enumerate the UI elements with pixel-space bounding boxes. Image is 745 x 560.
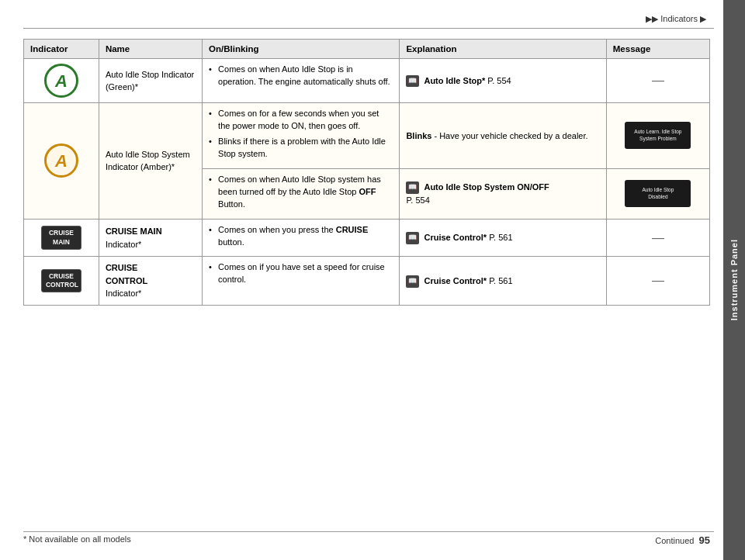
footnote: * Not available on all models [23, 534, 131, 546]
table-row: CRUISEMAIN CRUISE MAINIndicator* Comes o… [24, 219, 710, 257]
name-cell-5: CRUISECONTROLIndicator* [99, 257, 202, 306]
ref-text-bold2: Auto Idle Stop System ON/OFF [424, 182, 549, 192]
table-row: A Auto Idle Stop System Indicator (Amber… [24, 103, 710, 169]
cruise-control-label: CRUISECONTROL [106, 263, 147, 285]
footer-divider [23, 531, 714, 532]
page-number: 95 [699, 534, 710, 546]
explanation-link-3: 📖 Auto Idle Stop System ON/OFFP. 554 [406, 182, 549, 205]
message-dash-1: — [652, 74, 664, 87]
message-cell-1: — [606, 59, 709, 103]
ref-icon: 📖 [406, 232, 419, 244]
col-header-explanation: Explanation [400, 40, 606, 59]
onblinking-cell-1: Comes on when Auto Idle Stop is in opera… [203, 59, 400, 103]
ref-icon: 📖 [406, 75, 419, 88]
name-cell-4: CRUISE MAINIndicator* [99, 219, 202, 257]
explanation-link-2: Blinks - Have your vehicle checked by a … [406, 131, 587, 140]
continued-page: Continued 95 [655, 534, 710, 546]
cruise-control-icon: CRUISECONTROL [41, 269, 81, 292]
list-item: Comes on if you have set a speed for cru… [209, 261, 393, 286]
name-cell-2: Auto Idle Stop System Indicator (Amber)* [99, 103, 202, 220]
list-item: Blinks if there is a problem with the Au… [209, 136, 393, 161]
explanation-link-4: 📖 Cruise Control* P. 561 [406, 233, 512, 242]
message-image-2: Auto Idle Stop Disabled [625, 180, 691, 207]
col-header-message: Message [606, 40, 709, 59]
cruise-main-icon: CRUISEMAIN [41, 226, 81, 249]
indicator-cell-1: A [24, 59, 99, 103]
message-image-1: Auto Learn. Idle Stop System Problem [625, 122, 691, 149]
indicator-cell-4: CRUISEMAIN [24, 219, 99, 257]
name-cell-1: Auto Idle Stop Indicator (Green)* [99, 59, 202, 103]
ref-text-bold3: Cruise Control* [424, 233, 487, 242]
indicators-table: Indicator Name On/Blinking Explanation M… [23, 39, 710, 306]
ref-text-bold4: Cruise Control* [424, 276, 487, 285]
explanation-link-1: 📖 Auto Idle Stop* P. 554 [406, 76, 511, 85]
table-row: CRUISECONTROL CRUISECONTROLIndicator* Co… [24, 257, 710, 306]
message-cell-4: — [606, 219, 709, 257]
indicator-cell-5: CRUISECONTROL [24, 257, 99, 306]
msg-text-line2: System Problem [639, 136, 677, 142]
ref-icon: 📖 [406, 181, 419, 194]
message-cell-3: Auto Idle Stop Disabled [606, 168, 709, 219]
cruise-main-label: CRUISE MAIN [106, 226, 162, 236]
explanation-cell-4: 📖 Cruise Control* P. 561 [400, 219, 606, 257]
explanation-link-5: 📖 Cruise Control* P. 561 [406, 276, 512, 285]
onblinking-cell-3: Comes on when Auto Idle Stop system has … [203, 168, 400, 219]
msg-text-line1: Auto Idle Stop [642, 187, 674, 193]
indicator-cell-2: A [24, 103, 99, 220]
col-header-onblinking: On/Blinking [203, 40, 400, 59]
list-item: Comes on when you press the CRUISE butto… [209, 224, 393, 249]
side-tab-label: Instrument Panel [729, 239, 739, 320]
ref-text-bold: Auto Idle Stop* [424, 76, 485, 85]
footer: * Not available on all models Continued … [23, 534, 710, 546]
onblinking-cell-5: Comes on if you have set a speed for cru… [203, 257, 400, 306]
col-header-name: Name [99, 40, 202, 59]
message-cell-2: Auto Learn. Idle Stop System Problem [606, 103, 709, 169]
side-tab: Instrument Panel [723, 0, 745, 560]
ref-icon: 📖 [406, 275, 419, 288]
table-header-row: Indicator Name On/Blinking Explanation M… [24, 40, 710, 59]
table-row: A Auto Idle Stop Indicator (Green)* Come… [24, 59, 710, 103]
msg-text-line2: Disabled [648, 194, 667, 200]
message-dash-5: — [652, 274, 664, 287]
col-header-indicator: Indicator [24, 40, 99, 59]
onblinking-cell-2: Comes on for a few seconds when you set … [203, 103, 400, 169]
page-container: Instrument Panel ▶▶ Indicators ▶ * Not a… [0, 0, 745, 560]
list-item: Comes on when Auto Idle Stop system has … [209, 174, 393, 211]
explanation-cell-5: 📖 Cruise Control* P. 561 [400, 257, 606, 306]
main-content: Indicator Name On/Blinking Explanation M… [23, 39, 710, 525]
explanation-cell-1: 📖 Auto Idle Stop* P. 554 [400, 59, 606, 103]
blinks-bold: Blinks [406, 131, 431, 140]
msg-text-line1: Auto Learn. Idle Stop [634, 129, 681, 135]
message-dash-4: — [652, 231, 664, 244]
onblinking-cell-4: Comes on when you press the CRUISE butto… [203, 219, 400, 257]
header-divider [23, 28, 714, 29]
explanation-cell-2: Blinks - Have your vehicle checked by a … [400, 103, 606, 169]
explanation-cell-3: 📖 Auto Idle Stop System ON/OFFP. 554 [400, 168, 606, 219]
list-item: Comes on for a few seconds when you set … [209, 108, 393, 133]
auto-idle-stop-green-icon: A [44, 64, 78, 98]
header-breadcrumb: ▶▶ Indicators ▶ [646, 14, 706, 24]
list-item: Comes on when Auto Idle Stop is in opera… [209, 64, 393, 88]
continued-label: Continued [655, 536, 694, 545]
auto-idle-stop-amber-icon: A [44, 143, 78, 178]
message-cell-5: — [606, 257, 709, 306]
